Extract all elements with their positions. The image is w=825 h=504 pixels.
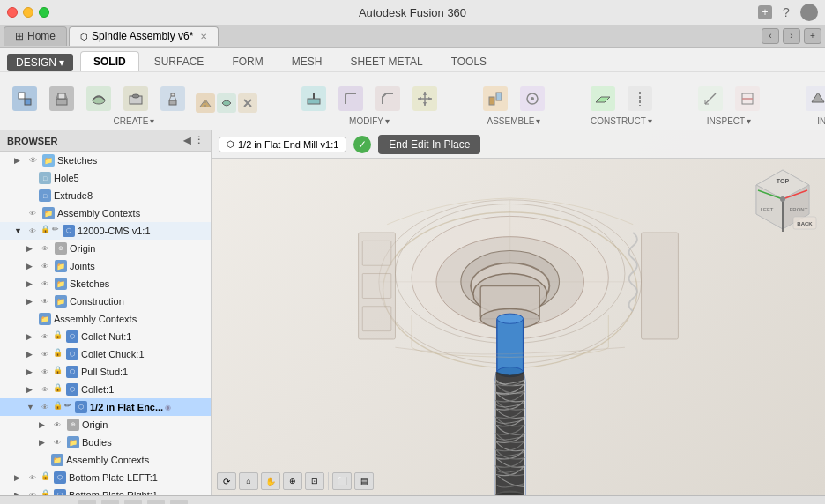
svg-rect-53 [359,233,396,339]
edit-in-place-bar: ⬡ 1/2 in Flat End Mill v1:1 ✓ End Edit I… [212,130,825,159]
fit-button[interactable]: ⊡ [305,472,324,490]
mode-tab-solid[interactable]: SOLID [80,51,139,71]
help-icon[interactable]: ? [779,5,793,19]
tree-assembly-contexts-top[interactable]: 👁 📁 Assembly Contexts [0,204,211,222]
browser-collapse-icon[interactable]: ◀ [183,135,190,146]
svg-marker-20 [423,92,427,95]
modify-buttons [296,83,442,115]
svg-point-27 [531,97,534,100]
home-tab[interactable]: ⊞ Home [4,26,67,46]
mode-tab-mesh[interactable]: MESH [279,51,336,71]
account-icon[interactable] [800,4,818,21]
create-row1[interactable] [192,92,261,115]
close-button[interactable] [7,7,18,18]
tree-pull-stud[interactable]: ▶ 👁 🔒 ⬡ Pull Stud:1 [0,363,211,381]
hole-button[interactable] [118,83,153,115]
maximize-button[interactable] [39,7,49,18]
tree-joints[interactable]: ▶ 👁 📁 Joints [0,257,211,275]
revolve-button[interactable] [81,83,116,115]
tree-assembly-contexts2[interactable]: 📁 Assembly Contexts [0,310,211,328]
press-pull-button[interactable] [296,83,331,115]
move-button[interactable] [407,83,442,115]
tree-bottom-plate-right[interactable]: ▶ 👁 🔒 ⬡ Bottom Plate Right:1 [0,486,211,495]
browser-menu-icon[interactable]: ⋮ [194,135,204,146]
tab-controls: ‹ › + [762,28,821,44]
home-view-button[interactable]: ⌂ [239,472,258,490]
svg-rect-25 [496,93,502,100]
navigation-cube[interactable]: TOP LEFT FRONT BACK [747,166,818,236]
tab-nav-right[interactable]: › [783,28,800,44]
svg-rect-57 [642,233,679,339]
snap-icon[interactable]: ⊡ [147,500,165,505]
tree-collet-nut[interactable]: ▶ 👁 🔒 ⬡ Collet Nut:1 [0,328,211,345]
svg-rect-49 [497,319,524,372]
insert-mesh-button[interactable] [800,83,825,115]
tree-origin[interactable]: ▶ 👁 ⊕ Origin [0,240,211,257]
design-label: DESIGN [16,56,56,69]
insert-group: A INSERT ▾ [800,83,825,126]
move-icon[interactable]: ✥ [124,500,142,505]
tree-sketches[interactable]: ▶ 👁 📁 Sketches [0,152,211,169]
tree-collet[interactable]: ▶ 👁 🔒 ⬡ Collet:1 [0,381,211,398]
create-label: CREATE ▾ [114,116,155,126]
loft-button[interactable] [155,83,190,115]
tree-sketches2[interactable]: ▶ 👁 📁 Sketches [0,275,211,293]
svg-text:FRONT: FRONT [790,207,808,212]
create-more-button[interactable] [192,92,261,115]
tree-hole5[interactable]: □ Hole5 [0,169,211,187]
tree-flat-end-mill[interactable]: ▼ 👁 🔒 ✏ ⬡ 1/2 in Flat Enc... ◉ [0,398,211,416]
create-buttons [7,83,261,115]
assemble-dropdown-icon: ▾ [536,116,540,126]
mode-tab-surface[interactable]: SURFACE [141,51,218,71]
end-edit-button[interactable]: End Edit In Place [378,135,480,154]
fillet-button[interactable] [333,83,368,115]
mode-tab-form[interactable]: FORM [219,51,276,71]
assemble-group: ASSEMBLE ▾ [478,83,550,126]
chamfer-button[interactable] [370,83,405,115]
svg-marker-21 [423,102,427,106]
3d-viewport[interactable]: ⬡ 1/2 in Flat End Mill v1:1 ✓ End Edit I… [212,130,825,495]
tree-collet-chuck[interactable]: ▶ 👁 🔒 ⬡ Collet Chuck:1 [0,345,211,363]
joint-button[interactable] [478,83,513,115]
modify-label: MODIFY ▾ [349,116,390,126]
camera-icon[interactable]: 📷 [78,500,96,505]
file-tab[interactable]: ⬡ Spindle Assembly v6* ✕ [69,26,219,46]
axis-button[interactable] [622,83,658,115]
model-view [212,159,825,495]
tree-construction[interactable]: ▶ 👁 📁 Construction [0,293,211,310]
tab-close-button[interactable]: ✕ [200,32,207,41]
display-icon[interactable]: ▤ [170,500,188,505]
svg-rect-9 [169,100,176,105]
tab-nav-left[interactable]: ‹ [762,28,779,44]
design-dropdown-button[interactable]: DESIGN ▾ [7,54,73,71]
tree-origin2[interactable]: ▶ 👁 ⊕ Origin [0,416,211,434]
tree-bodies[interactable]: ▶ 👁 📁 Bodies [0,434,211,451]
tree-bottom-plate-left[interactable]: ▶ 👁 🔒 ⬡ Bottom Plate LEFT:1 [0,469,211,486]
orbit-button[interactable]: ⟳ [217,472,236,490]
new-component-button[interactable] [7,83,42,115]
pan-button[interactable]: ✋ [261,472,280,490]
as-built-joint-button[interactable] [515,83,550,115]
mode-tab-tools[interactable]: TOOLS [438,51,500,71]
add-tab-button[interactable]: + [758,5,772,19]
section-analysis-button[interactable] [730,83,765,115]
svg-marker-22 [418,97,421,100]
minimize-button[interactable] [23,7,33,18]
grid-icon[interactable]: ⊞ [101,500,119,505]
controls-separator [328,472,329,490]
zoom-button[interactable]: ⊕ [283,472,302,490]
browser-title: BROWSER [7,136,57,146]
active-filename: 1/2 in Flat End Mill v1:1 [238,139,338,150]
tree-12000cms[interactable]: ▼ 👁 🔒 ✏ ⬡ 12000-CMS v1:1 [0,222,211,240]
new-tab-button[interactable]: + [804,28,821,44]
tree-extrude8[interactable]: □ Extrude8 [0,187,211,204]
measure-button[interactable] [693,83,728,115]
mode-tab-sheet-metal[interactable]: SHEET METAL [337,51,435,71]
construct-buttons [585,83,658,115]
visual-style-button[interactable]: ▤ [354,472,374,490]
tree-assembly-contexts3[interactable]: 📁 Assembly Contexts [0,451,211,469]
display-mode-button[interactable]: ⬜ [332,472,352,490]
extrude-button[interactable] [44,83,79,115]
offset-plane-button[interactable] [585,83,621,115]
svg-marker-23 [428,97,432,100]
